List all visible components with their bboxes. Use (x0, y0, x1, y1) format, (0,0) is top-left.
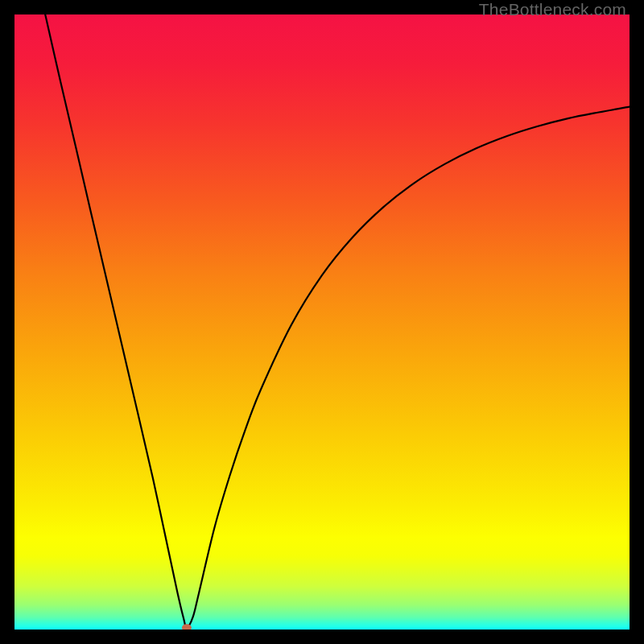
chart-area (14, 14, 630, 630)
chart-background (14, 14, 630, 630)
watermark-text: TheBottleneck.com (479, 0, 626, 19)
chart-svg (14, 14, 630, 630)
